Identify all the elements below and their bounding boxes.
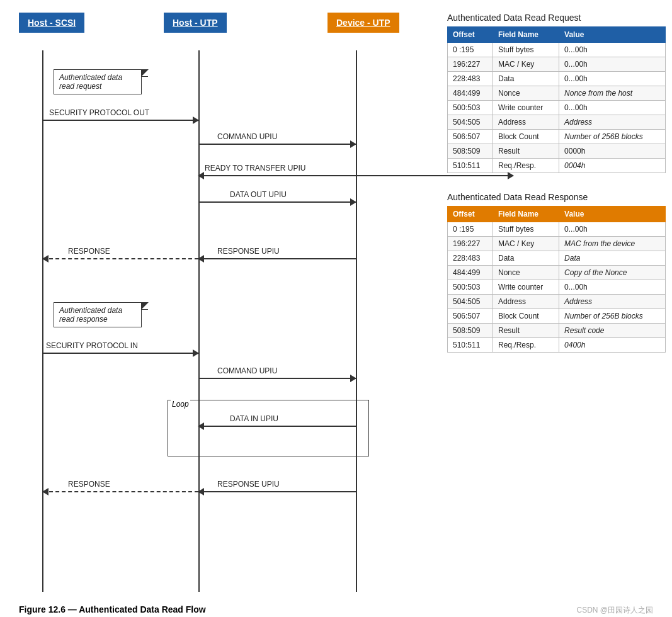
actor-device-utp: Device - UTP xyxy=(327,13,399,33)
table-row: 500:503Write counter0...00h xyxy=(448,280,666,295)
th-offset-req: Offset xyxy=(448,27,493,43)
table-row: 228:483DataData xyxy=(448,251,666,266)
sequence-diagram: Host - SCSI Host - UTP Device - UTP Auth… xyxy=(6,13,435,592)
th-fieldname-resp: Field Name xyxy=(493,207,559,222)
th-offset-resp: Offset xyxy=(448,207,493,222)
figure-caption: Figure 12.6 — Authenticated Data Read Fl… xyxy=(19,604,206,617)
table-response-title: Authenticated Data Read Response xyxy=(447,192,666,202)
note-request: Authenticated data read request xyxy=(54,69,142,94)
table-row: 196:227MAC / Key0...00h xyxy=(448,57,666,72)
table-row: 484:499NonceNonce from the host xyxy=(448,86,666,101)
table-row: 510:511Req./Resp.0400h xyxy=(448,338,666,353)
table-request-section: Authenticated Data Read Request Offset F… xyxy=(447,13,666,173)
lifeline-scsi xyxy=(42,50,43,592)
table-row: 0 :195Stuff bytes0...00h xyxy=(448,43,666,57)
lifelines-area: Authenticated data read request SECURITY… xyxy=(6,50,435,592)
actor-host-utp: Host - UTP xyxy=(164,13,227,33)
actor-headers: Host - SCSI Host - UTP Device - UTP xyxy=(6,13,435,50)
table-row: 506:507Block CountNumber of 256B blocks xyxy=(448,130,666,144)
watermark: CSDN @田园诗人之园 xyxy=(576,605,653,616)
table-row: 484:499NonceCopy of the Nonce xyxy=(448,266,666,280)
table-row: 0 :195Stuff bytes0...00h xyxy=(448,222,666,237)
lifeline-device-utp xyxy=(356,50,357,592)
loop-label: Loop xyxy=(171,400,190,409)
table-row: 506:507Block CountNumber of 256B blocks xyxy=(448,309,666,324)
actor-host-scsi: Host - SCSI xyxy=(19,13,84,33)
lifeline-host-utp xyxy=(198,50,200,592)
th-value-resp: Value xyxy=(559,207,666,222)
table-row: 508:509ResultResult code xyxy=(448,324,666,338)
tables-area: Authenticated Data Read Request Offset F… xyxy=(435,13,666,592)
table-row: 508:509Result0000h xyxy=(448,144,666,159)
th-value-req: Value xyxy=(559,27,666,43)
table-row: 228:483Data0...00h xyxy=(448,72,666,86)
table-response: Offset Field Name Value 0 :195Stuff byte… xyxy=(447,206,666,353)
table-row: 504:505AddressAddress xyxy=(448,295,666,309)
table-request-title: Authenticated Data Read Request xyxy=(447,13,666,23)
th-fieldname-req: Field Name xyxy=(493,27,559,43)
note-response: Authenticated data read response xyxy=(54,302,142,327)
table-row: 510:511Req./Resp.0004h xyxy=(448,159,666,173)
table-request: Offset Field Name Value 0 :195Stuff byte… xyxy=(447,26,666,173)
table-row: 196:227MAC / KeyMAC from the device xyxy=(448,237,666,251)
table-response-section: Authenticated Data Read Response Offset … xyxy=(447,192,666,353)
table-row: 504:505AddressAddress xyxy=(448,115,666,130)
table-row: 500:503Write counter0...00h xyxy=(448,101,666,115)
